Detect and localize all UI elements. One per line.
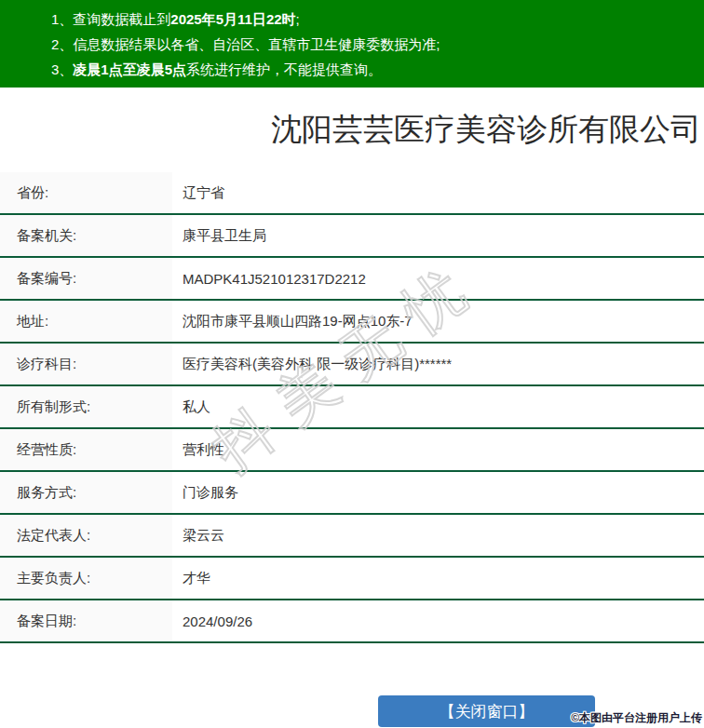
close-window-button[interactable]: 【关闭窗口】 [378, 695, 595, 727]
row-value: 营利性 [172, 429, 704, 470]
page-title: 沈阳芸芸医疗美容诊所有限公司 [0, 109, 704, 151]
row-value: 沈阳市康平县顺山四路19-网点10东-7 [172, 301, 704, 342]
row-value: MADPK41J521012317D2212 [172, 258, 704, 299]
row-value: 2024/09/26 [172, 600, 704, 641]
table-row-filing-authority: 备案机关: 康平县卫生局 [0, 215, 704, 258]
row-value: 医疗美容科(美容外科 限一级诊疗科目)****** [172, 344, 704, 384]
table-row-treatment-subjects: 诊疗科目: 医疗美容科(美容外科 限一级诊疗科目)****** [0, 344, 704, 386]
table-row-ownership-form: 所有制形式: 私人 [0, 386, 704, 429]
row-label: 地址: [0, 301, 172, 342]
row-label: 法定代表人: [0, 515, 172, 556]
table-row-legal-representative: 法定代表人: 梁云云 [0, 515, 704, 558]
notice-1-number: 1、 [51, 11, 73, 27]
record-detail-table: 省份: 辽宁省 备案机关: 康平县卫生局 备案编号: MADPK41J52101… [0, 172, 704, 643]
page-container: 1、查询数据截止到2025年5月11日22时; 2、信息数据结果以各省、自治区、… [0, 0, 704, 643]
notice-line-3: 3、凌晨1点至凌晨5点系统进行维护，不能提供查询。 [51, 57, 704, 82]
notice-line-1: 1、查询数据截止到2025年5月11日22时; [51, 7, 704, 32]
notice-3-number: 3、 [51, 61, 73, 77]
notice-1-bold: 2025年5月11日22时 [170, 11, 295, 27]
row-label: 备案编号: [0, 258, 172, 299]
notice-banner: 1、查询数据截止到2025年5月11日22时; 2、信息数据结果以各省、自治区、… [0, 0, 704, 88]
copyright-stamp: ©本图由平台注册用户上传 [571, 710, 702, 726]
row-label: 备案机关: [0, 215, 172, 256]
row-value: 门诊服务 [172, 472, 704, 513]
row-value: 辽宁省 [172, 172, 704, 213]
table-row-province: 省份: 辽宁省 [0, 172, 704, 215]
table-row-filing-date: 备案日期: 2024/09/26 [0, 600, 704, 643]
row-value: 康平县卫生局 [172, 215, 704, 256]
table-row-main-person-in-charge: 主要负责人: 才华 [0, 558, 704, 600]
notice-2-text: 信息数据结果以各省、自治区、直辖市卫生健康委数据为准; [73, 36, 440, 52]
notice-1-text: 查询数据截止到 [73, 11, 170, 27]
row-label: 诊疗科目: [0, 344, 172, 384]
notice-1-suffix: ; [296, 11, 300, 27]
table-row-service-mode: 服务方式: 门诊服务 [0, 472, 704, 515]
row-value: 才华 [172, 558, 704, 599]
row-label: 经营性质: [0, 429, 172, 470]
table-row-address: 地址: 沈阳市康平县顺山四路19-网点10东-7 [0, 301, 704, 344]
row-label: 所有制形式: [0, 386, 172, 427]
row-label: 主要负责人: [0, 558, 172, 599]
notice-line-2: 2、信息数据结果以各省、自治区、直辖市卫生健康委数据为准; [51, 32, 704, 57]
row-value: 梁云云 [172, 515, 704, 556]
table-row-business-nature: 经营性质: 营利性 [0, 429, 704, 472]
row-label: 服务方式: [0, 472, 172, 513]
row-value: 私人 [172, 386, 704, 427]
notice-3-bold: 凌晨1点至凌晨5点 [73, 61, 186, 77]
notice-2-number: 2、 [51, 36, 73, 52]
row-label: 备案日期: [0, 600, 172, 641]
table-row-filing-number: 备案编号: MADPK41J521012317D2212 [0, 258, 704, 301]
row-label: 省份: [0, 172, 172, 213]
notice-3-suffix: 系统进行维护，不能提供查询。 [186, 61, 382, 77]
